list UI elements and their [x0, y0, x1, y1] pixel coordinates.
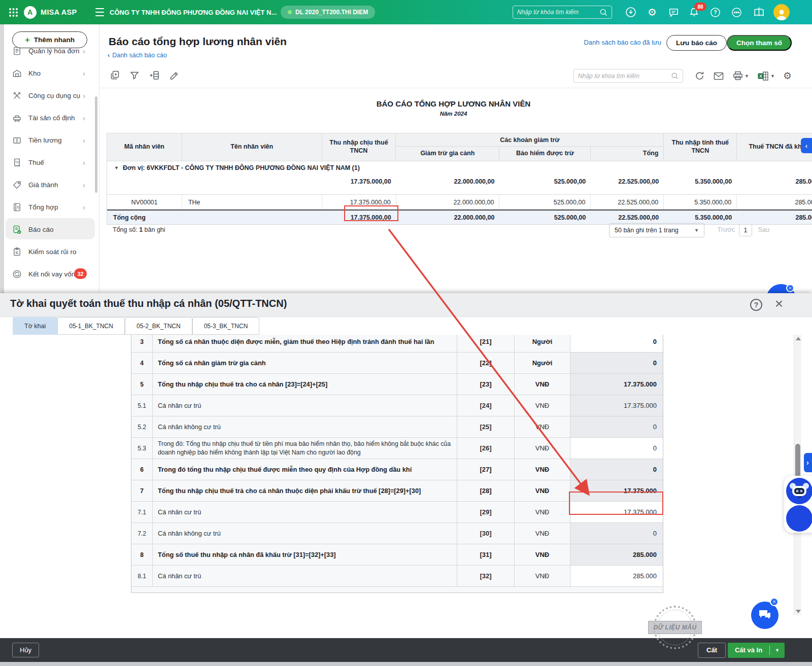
tab-05-1[interactable]: 05-1_BK_TNCN [57, 317, 125, 335]
col-employee-code[interactable]: Mã nhân viên [107, 133, 182, 161]
print-button[interactable]: ▼ [732, 71, 749, 81]
vehicle-icon [12, 113, 22, 123]
duplicate-icon[interactable] [110, 70, 120, 81]
chevron-right-icon: › [83, 158, 85, 167]
group-label: Đơn vị: 6VKKFDLT - CÔNG TY TNHH ĐÔNG PHƯ… [123, 164, 360, 171]
ledger-book-icon: $ [12, 202, 22, 212]
collapse-caret-icon[interactable]: ▼ [114, 165, 119, 170]
chevron-right-icon: › [83, 47, 85, 55]
filter-icon[interactable] [129, 71, 140, 81]
saved-reports-link[interactable]: Danh sách báo cáo đã lưu [584, 39, 661, 46]
choose-params-button[interactable]: Chọn tham số [727, 35, 792, 51]
download-icon[interactable] [624, 0, 637, 24]
row-description: Cá nhân không cư trú [153, 416, 457, 437]
report-search[interactable] [573, 69, 683, 83]
col-family-deduction[interactable]: Giảm trừ gia cảnh [396, 147, 499, 161]
email-icon[interactable] [713, 71, 724, 81]
apps-grid-icon[interactable] [7, 0, 19, 24]
page-size-select[interactable]: 50 bản ghi trên 1 trang ▼ [609, 223, 704, 237]
show-hidden-columns-button[interactable]: ‹ [801, 138, 812, 153]
table-row[interactable]: NV00001 THe 17.375.000,00 22.000.000,00 … [107, 194, 812, 209]
row-value-input[interactable]: 0 [570, 335, 663, 352]
settings-icon[interactable]: ⚙ [646, 0, 659, 24]
clipped-row [131, 587, 663, 592]
global-search[interactable] [513, 6, 612, 19]
breadcrumb-back-link[interactable]: ‹ Danh sách báo cáo [108, 52, 167, 59]
sidebar-item-tax[interactable]: % Thuế › [4, 153, 98, 171]
tab-to-khai[interactable]: Tờ khai [13, 317, 57, 335]
knowledge-book-icon[interactable] [752, 0, 766, 24]
expand-panel-button[interactable]: › [804, 453, 812, 472]
close-chat-badge[interactable]: × [770, 598, 779, 606]
more-options-icon[interactable] [730, 0, 743, 24]
database-badge[interactable]: DL 2020_TT200.THI DIEM [281, 6, 375, 19]
close-chat-badge[interactable]: × [786, 284, 794, 292]
row-code: [23] [457, 374, 515, 395]
row-code: [24] [457, 395, 515, 416]
document-subtitle: Năm 2024 [99, 111, 807, 117]
tab-05-2[interactable]: 05-2_BK_TNCN [125, 317, 192, 335]
row-unit: VNĐ [515, 459, 570, 480]
feedback-icon[interactable] [667, 0, 680, 24]
modal-close-icon[interactable]: × [771, 296, 787, 311]
company-name[interactable]: CÔNG TY TNHH ĐÔNG PHƯƠNG ĐỒNG NAI VIỆT N… [110, 0, 277, 24]
row-value-input[interactable]: 0 [570, 438, 663, 459]
save-report-button[interactable]: Lưu báo cáo [666, 35, 727, 51]
caret-down-icon: ▼ [745, 74, 749, 79]
sidebar-scrollbar[interactable] [95, 96, 97, 193]
tab-05-3[interactable]: 05-3_BK_TNCN [192, 317, 260, 335]
export-excel-button[interactable]: X ▼ [757, 71, 775, 82]
help-icon[interactable]: ? [708, 0, 722, 24]
cell-employee-name: THe [182, 195, 322, 209]
sidebar-item-payroll[interactable]: $ Tiền lương › [4, 131, 98, 149]
add-column-icon[interactable] [149, 70, 160, 81]
col-employee-name[interactable]: Tên nhân viên [182, 133, 322, 161]
row-value-input[interactable]: 17.375.000 [570, 502, 663, 522]
group-row[interactable]: ▼ Đơn vị: 6VKKFDLT - CÔNG TY TNHH ĐÔNG P… [107, 161, 812, 174]
sidebar-item-reports[interactable]: Báo cáo [4, 220, 98, 238]
scroll-down-icon[interactable] [796, 610, 801, 613]
col-insurance-deduction[interactable]: Bảo hiểm được trừ [499, 147, 591, 161]
row-number: 8.1 [131, 566, 153, 586]
col-assessable-income[interactable]: Thu nhập tính thuế TNCN [664, 133, 737, 161]
row-value-input[interactable]: 285.000 [570, 566, 663, 586]
caret-down-icon[interactable]: ▼ [770, 648, 785, 653]
row-number: 8 [131, 544, 153, 565]
edit-pencil-icon[interactable] [169, 71, 179, 81]
table-settings-icon[interactable]: ⚙ [783, 70, 792, 82]
row-code: [32] [457, 566, 515, 586]
menu-icon[interactable] [94, 0, 105, 24]
modal-scrollbar[interactable] [794, 335, 801, 615]
col-total-deduction[interactable]: Tổng [591, 147, 664, 161]
next-page-button[interactable]: Sau [758, 226, 769, 233]
sidebar-item-fixed-assets[interactable]: Tài sản cố định › [4, 109, 98, 127]
total-value: 5.350.000,00 [664, 211, 737, 224]
save-button[interactable]: Cất [698, 643, 726, 658]
cancel-button[interactable]: Hủy [12, 643, 39, 657]
sidebar-item-general[interactable]: $ Tổng hợp › [4, 198, 98, 216]
col-taxable-income[interactable]: Thu nhập chịu thuế TNCN [322, 133, 396, 161]
row-number: 5.1 [131, 395, 153, 416]
refresh-icon[interactable] [694, 71, 705, 81]
app-screen: A MISA ASP CÔNG TY TNHH ĐÔNG PHƯƠNG ĐỒNG… [0, 0, 812, 666]
save-and-print-button[interactable]: Cất và In ▼ [728, 643, 785, 658]
sidebar-item-tools[interactable]: Công cụ dụng cụ › [4, 86, 98, 104]
user-avatar[interactable] [773, 4, 790, 20]
assistant-bot-button[interactable] [786, 478, 812, 504]
total-value: 17.375.000,00 [322, 211, 396, 224]
scroll-up-icon[interactable] [796, 337, 801, 340]
sidebar-item-risk-control[interactable]: Kiểm soát rủi ro [4, 242, 98, 261]
report-search-input[interactable] [578, 73, 671, 80]
sidebar-item-costing[interactable]: Giá thành › [4, 176, 98, 194]
row-value: 0 [570, 353, 663, 373]
assistant-secondary-button[interactable] [786, 505, 812, 532]
current-page-box[interactable]: 1 [739, 224, 752, 236]
sidebar: + Thêm nhanh Quản lý hóa đơn › Kho › Côn… [4, 24, 99, 293]
sidebar-item-warehouse[interactable]: Kho › [4, 64, 98, 82]
global-search-input[interactable] [517, 9, 599, 16]
prev-page-button[interactable]: Trước [718, 226, 735, 233]
assistant-widget-panel [784, 476, 812, 533]
total-value: 22.000.000,00 [396, 211, 500, 224]
modal-help-icon[interactable]: ? [750, 299, 762, 311]
quick-add-button[interactable]: + Thêm nhanh [12, 31, 87, 48]
